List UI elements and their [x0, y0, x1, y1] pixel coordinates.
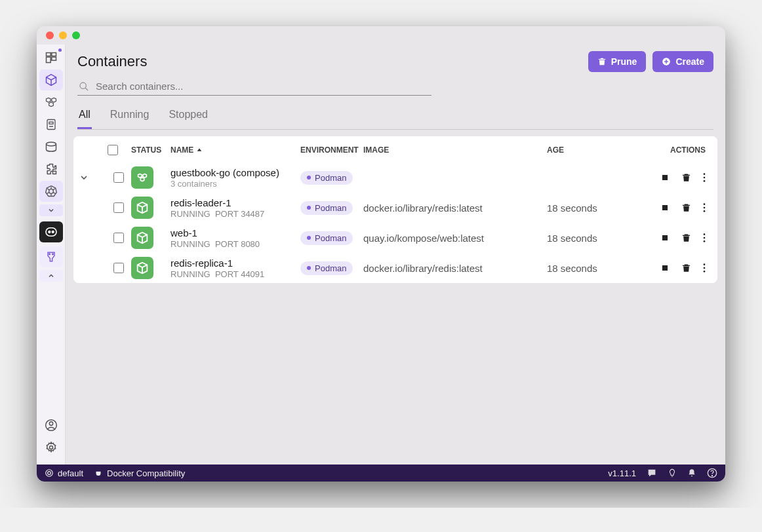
column-status[interactable]: STATUS: [131, 145, 170, 155]
sidebar-item-kubernetes[interactable]: [39, 181, 63, 202]
sidebar-collapse-playground[interactable]: [39, 270, 63, 282]
sidebar-item-playground[interactable]: [39, 246, 63, 267]
svg-point-38: [704, 240, 706, 242]
sidebar-item-ai[interactable]: [39, 221, 63, 242]
window-minimize-icon[interactable]: [59, 31, 67, 39]
lightbulb-icon[interactable]: [668, 468, 677, 478]
container-running-icon: [131, 227, 153, 249]
feedback-icon[interactable]: [647, 468, 657, 478]
sidebar-item-extensions[interactable]: [39, 159, 63, 180]
svg-point-44: [48, 472, 51, 475]
container-running-icon: [131, 257, 153, 279]
table-header: STATUS NAME ENVIRONMENT IMAGE AGE ACTION…: [73, 136, 717, 162]
titlebar: [37, 26, 725, 45]
row-checkbox[interactable]: [113, 263, 124, 273]
svg-rect-27: [662, 175, 668, 180]
sidebar-item-account[interactable]: [39, 415, 63, 436]
create-button-label: Create: [675, 56, 704, 67]
delete-button[interactable]: [681, 233, 691, 243]
more-button[interactable]: [703, 263, 706, 273]
svg-rect-31: [662, 205, 668, 210]
table-row[interactable]: web-1 RUNNING PORT 8080 Podman quay.io/k…: [73, 223, 717, 253]
svg-point-30: [704, 180, 706, 182]
column-age[interactable]: AGE: [547, 145, 612, 155]
row-checkbox[interactable]: [113, 172, 124, 183]
column-image[interactable]: IMAGE: [363, 145, 547, 155]
create-button[interactable]: Create: [652, 51, 713, 72]
svg-point-7: [46, 142, 56, 146]
env-badge: Podman: [300, 201, 353, 215]
delete-button[interactable]: [681, 202, 691, 213]
row-subtitle: 3 containers: [170, 179, 300, 189]
more-button[interactable]: [703, 233, 706, 243]
expand-toggle[interactable]: [79, 172, 105, 183]
svg-point-43: [46, 470, 53, 477]
row-image: docker.io/library/redis:latest: [363, 263, 547, 274]
select-all-checkbox[interactable]: [108, 145, 118, 155]
sidebar-item-containers[interactable]: [39, 69, 63, 90]
help-icon[interactable]: [707, 468, 717, 478]
window-close-icon[interactable]: [46, 31, 54, 39]
bell-icon[interactable]: [687, 468, 696, 478]
env-badge: Podman: [300, 171, 353, 185]
notification-dot-icon: [58, 48, 62, 52]
svg-point-19: [49, 254, 50, 255]
more-button[interactable]: [703, 172, 706, 183]
svg-point-36: [704, 233, 706, 235]
row-age: 18 seconds: [547, 202, 612, 214]
svg-point-18: [52, 231, 54, 233]
svg-point-42: [704, 271, 706, 273]
plus-circle-icon: [662, 57, 671, 66]
delete-button[interactable]: [681, 172, 691, 183]
row-image: docker.io/library/redis:latest: [363, 202, 547, 214]
version-label: v1.11.1: [608, 468, 636, 478]
plug-icon: [94, 468, 103, 478]
svg-point-37: [704, 237, 706, 239]
main-area: Containers Prune Create All Running St: [66, 45, 725, 465]
delete-button[interactable]: [681, 263, 691, 273]
sidebar-collapse-kubernetes[interactable]: [39, 204, 63, 216]
search-bar[interactable]: [77, 77, 431, 96]
svg-line-14: [47, 193, 49, 194]
row-age: 18 seconds: [547, 233, 612, 244]
svg-rect-35: [662, 235, 668, 240]
tab-stopped[interactable]: Stopped: [167, 105, 209, 129]
column-name[interactable]: NAME: [170, 145, 300, 155]
more-button[interactable]: [703, 202, 706, 213]
svg-rect-16: [46, 228, 56, 236]
sidebar-item-volumes[interactable]: [39, 136, 63, 157]
context-indicator[interactable]: default: [45, 468, 83, 478]
sidebar-item-settings[interactable]: [39, 437, 63, 458]
sidebar-item-dashboard[interactable]: [39, 47, 63, 68]
container-running-icon: [131, 197, 153, 219]
docker-compat-indicator[interactable]: Docker Compatibility: [94, 468, 185, 478]
tab-all[interactable]: All: [77, 105, 92, 129]
tab-running[interactable]: Running: [109, 105, 151, 129]
stop-button[interactable]: [660, 233, 670, 242]
svg-line-11: [52, 189, 54, 191]
column-environment[interactable]: ENVIRONMENT: [300, 145, 363, 155]
svg-line-26: [85, 88, 88, 90]
stop-button[interactable]: [660, 173, 670, 182]
row-checkbox[interactable]: [113, 233, 124, 243]
stop-button[interactable]: [660, 263, 670, 273]
svg-point-28: [704, 173, 706, 175]
table-row[interactable]: guestbook-go (compose) 3 containers Podm…: [73, 162, 717, 193]
row-checkbox[interactable]: [113, 202, 124, 213]
table-row[interactable]: redis-leader-1 RUNNING PORT 34487 Podman…: [73, 193, 717, 223]
prune-button[interactable]: Prune: [588, 51, 647, 72]
svg-rect-1: [51, 53, 56, 56]
stop-button[interactable]: [660, 203, 670, 212]
sidebar-item-images[interactable]: [39, 114, 63, 135]
svg-rect-4: [47, 120, 55, 130]
window-zoom-icon[interactable]: [72, 31, 80, 39]
table-row[interactable]: redis-replica-1 RUNNING PORT 44091 Podma…: [73, 253, 717, 283]
svg-rect-39: [662, 265, 668, 271]
svg-point-41: [704, 267, 706, 269]
svg-point-29: [704, 177, 706, 179]
svg-point-25: [80, 83, 86, 88]
svg-rect-5: [49, 122, 53, 124]
sidebar-item-pods[interactable]: [39, 92, 63, 113]
row-name: redis-leader-1: [170, 197, 300, 208]
search-input[interactable]: [94, 80, 430, 92]
